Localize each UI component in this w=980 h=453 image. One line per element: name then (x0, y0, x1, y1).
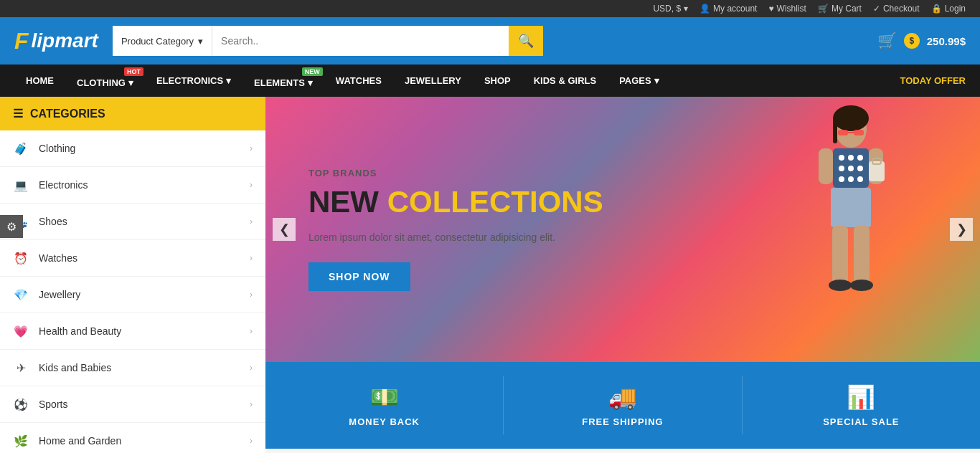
chevron-down-icon: ▾ (226, 75, 231, 86)
svg-rect-20 (831, 188, 871, 227)
checkmark-icon: ✓ (873, 4, 880, 14)
feature-free-shipping: 🚚 FREE SHIPPING (504, 376, 742, 434)
svg-point-23 (829, 280, 852, 291)
home-garden-icon: 🌿 (13, 433, 29, 449)
features-bar: 💵 MONEY BACK 🚚 FREE SHIPPING 📊 SPECIAL S… (265, 362, 980, 449)
chevron-right-icon: › (250, 290, 253, 300)
cart-area[interactable]: 🛒 $ 250.99$ (877, 32, 966, 50)
svg-point-14 (848, 176, 854, 182)
sidebar-item-watches[interactable]: ⏰ Watches › (0, 240, 265, 277)
chevron-down-icon: ▾ (654, 75, 659, 86)
top-bar: USD, $ ▾ 👤 My account ♥ Wishlist 🛒 My Ca… (0, 0, 980, 17)
menu-icon: ☰ (13, 107, 23, 120)
shop-now-button[interactable]: SHOP NOW (308, 262, 410, 291)
svg-point-13 (839, 176, 844, 182)
next-arrow-icon: ❯ (956, 221, 967, 237)
svg-point-24 (850, 280, 873, 291)
sidebar-item-health-beauty[interactable]: 💗 Health and Beauty › (0, 313, 265, 350)
sidebar-item-jewellery[interactable]: 💎 Jewellery › (0, 277, 265, 313)
hero-subtitle: Lorem ipsum dolor sit amet, consectetur … (308, 230, 603, 245)
currency-label: USD, $ (653, 4, 681, 14)
settings-button[interactable]: ⚙ (0, 215, 23, 238)
svg-point-10 (839, 166, 844, 171)
svg-point-12 (857, 166, 863, 171)
chevron-right-icon: › (250, 326, 253, 336)
free-shipping-icon: 🚚 (608, 383, 637, 411)
sidebar-item-sports[interactable]: ⚽ Sports › (0, 386, 265, 423)
hero-next-button[interactable]: ❯ (950, 218, 973, 241)
nav-item-watches[interactable]: WATCHES (324, 67, 393, 95)
svg-rect-2 (833, 118, 837, 143)
gear-icon: ⚙ (6, 220, 17, 234)
sidebar-item-label: Sports (39, 399, 250, 410)
svg-point-1 (833, 105, 869, 131)
sidebar-item-electronics[interactable]: 💻 Electronics › (0, 167, 265, 204)
dropdown-arrow-icon: ▾ (198, 36, 203, 47)
nav: HOME CLOTHING ▾ HOT ELECTRONICS ▾ ELEMEN… (0, 65, 980, 97)
search-category-dropdown[interactable]: Product Category ▾ (113, 26, 212, 56)
logo[interactable]: F lipmart (14, 29, 98, 52)
hot-badge: HOT (124, 67, 143, 76)
login-link[interactable]: 🔒 Login (931, 4, 966, 14)
wishlist-link[interactable]: ♥ Wishlist (768, 4, 806, 14)
cart-price: 250.99$ (927, 35, 966, 47)
special-sale-icon: 📊 (847, 383, 875, 411)
header: F lipmart Product Category ▾ 🔍 🛒 $ 250.9… (0, 17, 980, 65)
nav-item-home[interactable]: HOME (14, 67, 65, 95)
svg-rect-4 (854, 130, 864, 135)
nav-item-shop[interactable]: SHOP (473, 67, 522, 95)
watches-icon: ⏰ (13, 250, 29, 266)
chevron-right-icon: › (250, 363, 253, 373)
logo-f-letter: F (14, 29, 29, 52)
search-button[interactable]: 🔍 (509, 26, 543, 56)
sidebar-item-clothing[interactable]: 🧳 Clothing › (0, 130, 265, 167)
cart-link[interactable]: 🛒 My Cart (818, 4, 862, 14)
nav-item-clothing[interactable]: CLOTHING ▾ HOT (65, 65, 145, 97)
cart-bag-icon: 🛒 (877, 32, 897, 50)
chevron-right-icon: › (250, 399, 253, 409)
hero-banner: TOP BRANDS NEW COLLECTIONS Lorem ipsum d… (265, 97, 980, 362)
hero-model-svg (779, 104, 923, 362)
search-icon: 🔍 (518, 33, 534, 49)
hero-content: TOP BRANDS NEW COLLECTIONS Lorem ipsum d… (265, 139, 646, 320)
today-offer-link[interactable]: TODAY OFFER (900, 67, 966, 95)
money-back-icon: 💵 (370, 383, 399, 411)
nav-item-elements[interactable]: ELEMENTS ▾ NEW (242, 65, 324, 97)
chevron-right-icon: › (250, 436, 253, 446)
svg-point-9 (857, 155, 863, 161)
sidebar-header: ☰ CATEGORIES (0, 97, 265, 130)
sidebar-item-shoes[interactable]: 🐾 Shoes › (0, 204, 265, 240)
hero-area: TOP BRANDS NEW COLLECTIONS Lorem ipsum d… (265, 97, 980, 453)
nav-item-kids-girls[interactable]: KIDS & GIRLS (522, 67, 608, 95)
hero-title-black: NEW (308, 185, 379, 219)
feature-special-sale: 📊 SPECIAL SALE (743, 376, 980, 434)
nav-item-electronics[interactable]: ELECTRONICS ▾ (145, 67, 242, 95)
currency-selector[interactable]: USD, $ ▾ (653, 4, 688, 14)
svg-point-11 (848, 166, 854, 171)
sidebar-item-label: Home and Garden (39, 435, 250, 447)
feature-money-back-label: MONEY BACK (349, 416, 420, 427)
nav-item-jewellery[interactable]: JEWELLERY (393, 67, 473, 95)
account-icon: 👤 (699, 4, 710, 14)
health-beauty-icon: 💗 (13, 323, 29, 339)
prev-arrow-icon: ❮ (279, 221, 290, 237)
svg-point-7 (839, 155, 844, 161)
search-bar: Product Category ▾ 🔍 (113, 26, 543, 56)
chevron-down-icon: ▾ (308, 77, 313, 88)
search-input[interactable] (212, 26, 509, 56)
hero-prev-button[interactable]: ❮ (273, 218, 296, 241)
lock-icon: 🔒 (931, 4, 942, 14)
jewellery-icon: 💎 (13, 287, 29, 302)
svg-point-8 (848, 155, 854, 161)
sidebar-item-label: Electronics (39, 179, 250, 191)
chevron-right-icon: › (250, 216, 253, 226)
hero-top-brands: TOP BRANDS (308, 168, 603, 178)
sidebar-item-home-garden[interactable]: 🌿 Home and Garden › (0, 423, 265, 453)
sidebar-item-kids-babies[interactable]: ✈ Kids and Babies › (0, 350, 265, 386)
svg-rect-16 (819, 148, 833, 184)
my-account-link[interactable]: 👤 My account (699, 4, 757, 14)
sidebar-item-label: Jewellery (39, 289, 250, 300)
svg-rect-22 (854, 226, 870, 283)
checkout-link[interactable]: ✓ Checkout (873, 4, 920, 14)
nav-item-pages[interactable]: PAGES ▾ (608, 67, 671, 95)
